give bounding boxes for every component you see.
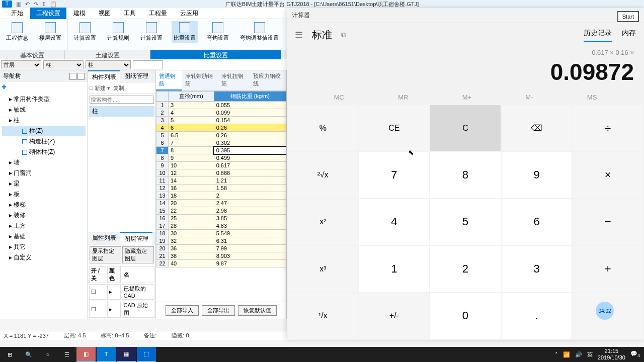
tree-node[interactable]: 柱(Z) <box>2 126 86 136</box>
layer-row[interactable]: 已提取的 CAD <box>122 284 154 300</box>
new-button[interactable]: □ 新建 ▾ <box>90 84 110 92</box>
tree-node[interactable]: 砌体柱(Z) <box>2 147 86 157</box>
calc-key-3[interactable]: 3 <box>502 246 572 292</box>
calc-key-2[interactable]: 2 <box>430 246 501 292</box>
add-icon[interactable]: ✚ <box>2 83 7 90</box>
qat-icon[interactable]: ↶ <box>25 1 30 8</box>
calc-key-⌫[interactable]: ⌫ <box>502 105 572 151</box>
tray-up-icon[interactable]: ˄ <box>555 351 558 358</box>
ribbon-button[interactable]: 计算设置 <box>72 21 98 43</box>
tray-wifi-icon[interactable]: 📶 <box>563 351 570 358</box>
calc-key-x²[interactable]: x² <box>288 199 358 245</box>
ribbon-button[interactable]: 计算规则 <box>105 21 131 43</box>
ribbon-button[interactable]: 弯钩调整值设置 <box>238 21 281 43</box>
show-layer-button[interactable]: 显示指定图层 <box>90 246 121 263</box>
taskbar-app[interactable]: ▦ <box>117 347 136 362</box>
tree-node[interactable]: ▸ 柱 <box>2 115 86 126</box>
ribbon-button[interactable]: 计算设置 <box>138 21 165 43</box>
export-all-button[interactable]: 全部导出 <box>202 305 235 316</box>
taskbar[interactable]: ⊞ 🔍 ○ ☰ ◧ T ▦ ⬚ ˄ 📶 🔊 英 21:152019/10/30 … <box>0 347 644 362</box>
calc-key-×[interactable]: × <box>573 152 643 198</box>
tab-memory[interactable]: 内存 <box>622 29 636 42</box>
tree-node[interactable]: ▸ 门窗洞 <box>2 168 86 178</box>
calc-key-C[interactable]: C <box>430 105 501 151</box>
tree-node[interactable]: ▸ 其它 <box>2 242 86 252</box>
calc-key-¹/x[interactable]: ¹/x <box>288 293 358 339</box>
calc-key-+[interactable]: + <box>573 246 643 292</box>
start-button[interactable]: ⊞ <box>0 347 19 362</box>
calc-key-7[interactable]: 7 <box>359 152 430 198</box>
view-list-icon[interactable] <box>69 73 76 80</box>
taskbar-app[interactable]: T <box>97 347 116 362</box>
calc-mem-button[interactable]: MR <box>398 94 408 101</box>
calc-key-÷[interactable]: ÷ <box>573 105 643 151</box>
ribbon-button[interactable]: 弯钩设置 <box>205 21 231 43</box>
calc-key-6[interactable]: 6 <box>502 199 572 245</box>
calc-key-5[interactable]: 5 <box>430 199 501 245</box>
menu-tab[interactable]: 云应用 <box>174 8 204 19</box>
calc-key-x³[interactable]: x³ <box>288 246 358 292</box>
qat-icon[interactable]: 📋 <box>50 1 57 8</box>
ratio-subtab[interactable]: 普通钢筋 <box>156 70 182 90</box>
menu-tab[interactable]: 工程量 <box>143 8 173 19</box>
filter-extra[interactable] <box>133 60 163 69</box>
tab-drawing-mgmt[interactable]: 图纸管理 <box>120 70 152 83</box>
calc-mem-button[interactable]: MC <box>334 94 344 101</box>
calc-key-+/-[interactable]: +/- <box>359 293 430 339</box>
calc-key-4[interactable]: 4 <box>359 199 430 245</box>
filter-cat[interactable]: 柱 <box>43 60 84 69</box>
tree-node[interactable]: 构造柱(Z) <box>2 136 86 147</box>
ribbon-button[interactable]: 工程信息 <box>4 21 30 43</box>
search-input[interactable] <box>90 96 154 104</box>
tree-node[interactable]: ▸ 轴线 <box>2 105 86 115</box>
tree-node[interactable]: ▸ 墙 <box>2 157 86 168</box>
menu-tab[interactable]: 工具 <box>118 8 142 19</box>
filter-floor[interactable]: 首层 <box>1 60 41 69</box>
import-all-button[interactable]: 全部导入 <box>166 305 199 316</box>
ratio-subtab[interactable]: 冷轧带肋钢筋 <box>182 70 218 90</box>
tree-node[interactable]: ▸ 常用构件类型 <box>2 94 86 105</box>
qat-icon[interactable]: Σ <box>42 1 46 7</box>
tree-node[interactable]: ▸ 基础 <box>2 231 86 242</box>
tab-properties[interactable]: 属性列表 <box>88 232 120 245</box>
start-overlay-button[interactable]: Start <box>617 11 639 22</box>
qat-icon[interactable]: ▥ <box>16 1 21 8</box>
tray-volume-icon[interactable]: 🔊 <box>575 351 582 358</box>
tab-layers[interactable]: 图层管理 <box>120 232 152 245</box>
hamburger-icon[interactable]: ☰ <box>295 30 303 41</box>
calc-key-%[interactable]: % <box>288 105 358 151</box>
tab-component-list[interactable]: 构件列表 <box>88 70 120 83</box>
ribbon-button[interactable]: 楼层设置 <box>37 21 63 43</box>
tree-node[interactable]: ▸ 土方 <box>2 221 86 231</box>
tray-ime[interactable]: 英 <box>587 351 593 358</box>
search-icon[interactable]: 🔍 <box>19 347 38 362</box>
cortana-icon[interactable]: ○ <box>38 347 57 362</box>
calc-mem-button[interactable]: M- <box>525 94 533 101</box>
taskview-icon[interactable]: ☰ <box>57 347 76 362</box>
ratio-subtab[interactable]: 冷轧扭钢筋 <box>218 70 250 90</box>
view-grid-icon[interactable] <box>77 73 85 80</box>
menu-tab[interactable]: 开始 <box>5 8 29 19</box>
calc-key-9[interactable]: 9 <box>502 152 572 198</box>
tree-node[interactable]: ▸ 楼梯 <box>2 200 86 210</box>
ratio-subtab[interactable]: 预应力钢绞线 <box>250 70 286 90</box>
pin-icon[interactable]: ⧉ <box>341 31 346 39</box>
calc-key-0[interactable]: 0 <box>430 293 501 339</box>
calc-key-8[interactable]: 8 <box>430 152 501 198</box>
menu-tab[interactable]: 建模 <box>67 8 92 19</box>
menu-tab[interactable]: 工程设置 <box>30 8 66 19</box>
layer-row[interactable]: CAD 原始图 <box>122 301 154 318</box>
list-item[interactable]: 柱 <box>89 106 154 117</box>
calc-key-1[interactable]: 1 <box>359 246 430 292</box>
calc-key-²√x[interactable]: ²√x <box>288 152 358 198</box>
taskbar-app[interactable]: ⬚ <box>137 347 156 362</box>
tray-clock[interactable]: 21:152019/10/30 <box>598 348 625 361</box>
tree-node[interactable]: ▸ 梁 <box>2 178 86 189</box>
copy-button[interactable]: 复制 <box>113 84 124 92</box>
ratio-table[interactable]: 直径(mm)钢筋比重 (kg/m)130.055240.099350.15446… <box>156 91 286 267</box>
calc-key-−[interactable]: − <box>573 199 643 245</box>
system-tray[interactable]: ˄ 📶 🔊 英 21:152019/10/30 💬4 <box>551 348 644 361</box>
qat-icon[interactable]: ↷ <box>34 1 38 8</box>
restore-default-button[interactable]: 恢复默认值 <box>238 305 277 316</box>
tree-node[interactable]: ▸ 自定义 <box>2 252 86 263</box>
